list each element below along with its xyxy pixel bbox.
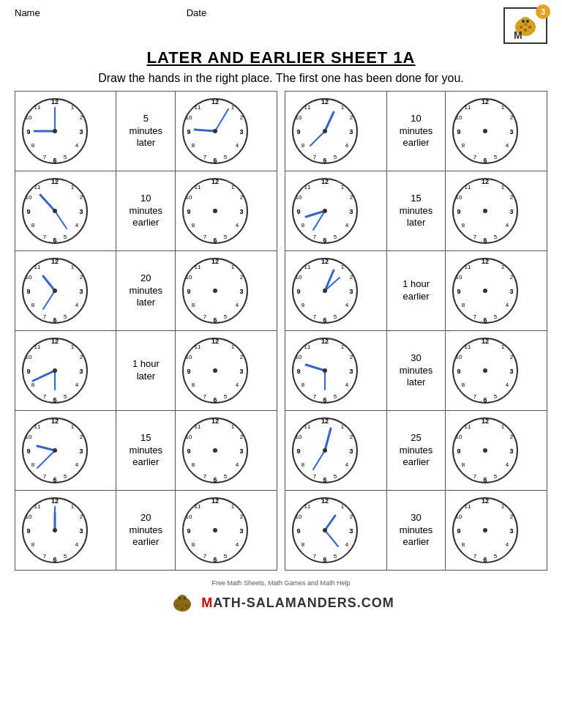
svg-text:3: 3	[240, 288, 244, 295]
svg-text:10: 10	[296, 354, 302, 360]
svg-text:5: 5	[334, 313, 337, 320]
svg-text:12: 12	[482, 338, 489, 345]
svg-text:6: 6	[484, 556, 487, 563]
clock-2c: 12 3 6 9 1 2 4 5 7 8 10 11	[288, 174, 361, 248]
svg-text:11: 11	[195, 264, 201, 270]
svg-text:2: 2	[510, 434, 514, 440]
clock-cell: 12 3 6 9 1 2 4 5 7 8 10 11	[285, 251, 386, 331]
label-cell: 30minuteslater	[386, 331, 446, 411]
svg-text:3: 3	[240, 527, 244, 535]
svg-text:10: 10	[186, 434, 192, 440]
clock-1d: 12 3 6 9 1 2 4 5 7 8 10 11	[449, 94, 522, 168]
clock-4b: 12 3 6 9 1 2 4 5 7 8 10 11	[179, 334, 252, 407]
svg-text:3: 3	[350, 527, 353, 535]
svg-text:3: 3	[510, 368, 514, 375]
svg-text:8: 8	[462, 382, 465, 388]
clock-1c: 12 3 6 9 1 2 4 5 7 8 10 11	[288, 94, 361, 168]
svg-point-116	[323, 209, 327, 213]
name-label: Name	[15, 7, 40, 18]
top-bar: Name Date 3 M	[15, 7, 547, 44]
svg-text:9: 9	[457, 288, 461, 295]
svg-text:9: 9	[26, 447, 30, 455]
svg-text:11: 11	[304, 264, 311, 270]
clock-cell: 12 3 6 9 1 2 4 5 7 8 10 11	[285, 491, 386, 571]
svg-text:2: 2	[510, 274, 514, 281]
svg-text:6: 6	[323, 476, 327, 483]
svg-point-236	[323, 368, 327, 373]
svg-text:7: 7	[473, 473, 477, 480]
svg-text:6: 6	[323, 157, 327, 164]
clock-cell: 12 3 6 9 1 2 4 5 7 8 10 11	[176, 92, 277, 171]
svg-text:2: 2	[350, 114, 353, 121]
svg-text:6: 6	[484, 237, 487, 244]
svg-text:5: 5	[64, 313, 67, 320]
svg-text:4: 4	[236, 302, 239, 308]
svg-text:3: 3	[79, 527, 83, 535]
svg-text:7: 7	[473, 313, 477, 320]
svg-text:8: 8	[31, 142, 35, 149]
svg-text:12: 12	[321, 497, 329, 505]
svg-point-296	[323, 448, 327, 453]
svg-text:1: 1	[341, 184, 345, 190]
svg-text:8: 8	[192, 461, 195, 468]
svg-text:2: 2	[350, 434, 353, 440]
svg-text:11: 11	[34, 503, 41, 510]
svg-text:9: 9	[26, 527, 30, 535]
svg-text:7: 7	[473, 553, 477, 560]
clock-cell: 12 3 6 9 1 2 4 5 7 8 10 11	[446, 92, 547, 171]
svg-text:3: 3	[79, 128, 83, 135]
svg-text:8: 8	[31, 382, 35, 388]
svg-text:10: 10	[456, 114, 462, 121]
footer-tagline: Free Math Sheets, Math Games and Math He…	[211, 579, 350, 587]
svg-text:6: 6	[214, 396, 217, 404]
svg-text:4: 4	[345, 142, 349, 149]
footer-site-name: MATH-SALAMANDERS.COM	[201, 595, 394, 611]
svg-text:4: 4	[75, 541, 79, 548]
table-row: 12 3 6 9 1 2 4 5 7 8 10 11	[15, 171, 547, 251]
svg-text:1: 1	[231, 104, 235, 111]
svg-text:5: 5	[334, 393, 337, 400]
svg-text:11: 11	[304, 423, 311, 430]
svg-text:7: 7	[473, 393, 477, 400]
svg-text:8: 8	[31, 541, 35, 548]
clock-3d: 12 3 6 9 1 2 4 5 7 8 10 11	[449, 254, 522, 327]
svg-text:1: 1	[501, 423, 505, 430]
svg-text:1: 1	[71, 184, 75, 190]
label-cell: 10minutesearlier	[386, 92, 446, 171]
svg-text:9: 9	[457, 128, 461, 135]
svg-text:3: 3	[79, 447, 83, 455]
svg-text:12: 12	[211, 417, 219, 425]
svg-text:11: 11	[195, 104, 201, 111]
svg-text:10: 10	[456, 194, 462, 201]
clock-cell: 12 3 6 9 1 2 4 5 7 8 10 11	[15, 251, 116, 331]
svg-text:10: 10	[296, 513, 302, 520]
svg-text:3: 3	[350, 208, 353, 215]
svg-text:10: 10	[186, 354, 192, 360]
svg-text:2: 2	[80, 513, 83, 520]
svg-text:6: 6	[53, 396, 56, 404]
svg-text:2: 2	[350, 194, 353, 201]
svg-text:6: 6	[323, 556, 327, 563]
date-label: Date	[187, 7, 206, 18]
svg-text:10: 10	[186, 194, 192, 201]
svg-text:10: 10	[456, 513, 462, 520]
svg-point-5	[520, 26, 522, 29]
label-cell: 15minuteslater	[386, 171, 446, 251]
svg-text:3: 3	[79, 288, 83, 295]
svg-text:6: 6	[484, 476, 487, 483]
svg-text:9: 9	[297, 288, 301, 295]
svg-text:5: 5	[334, 154, 337, 160]
svg-text:9: 9	[26, 368, 30, 375]
svg-text:11: 11	[34, 343, 41, 350]
svg-text:5: 5	[224, 553, 228, 560]
svg-text:7: 7	[43, 553, 47, 560]
clock-3c: 12 3 6 9 1 2 4 5 7 8 10 11	[288, 254, 361, 327]
clock-3a: 12 3 6 9 1 2 4 5 7 8 10 11	[18, 254, 91, 327]
svg-text:11: 11	[465, 343, 471, 350]
svg-text:4: 4	[506, 142, 509, 149]
svg-text:7: 7	[43, 154, 47, 160]
svg-text:8: 8	[301, 382, 305, 388]
svg-text:8: 8	[192, 222, 195, 229]
logo-badge: 3	[536, 4, 550, 19]
svg-text:12: 12	[482, 417, 489, 425]
